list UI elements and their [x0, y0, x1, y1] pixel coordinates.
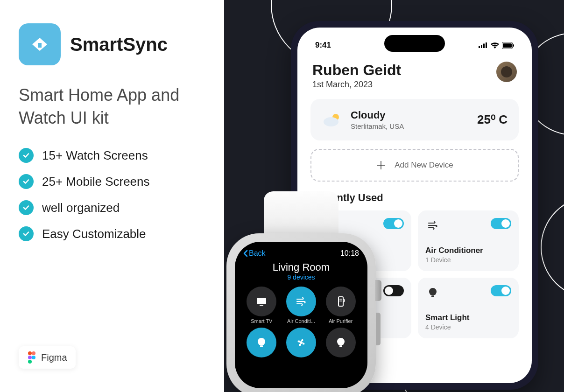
tagline: Smart Home App and Watch UI kit: [19, 84, 205, 129]
check-icon: [19, 174, 34, 189]
wifi-icon: [491, 42, 499, 49]
watch-crown[interactable]: [375, 280, 381, 301]
purifier-icon: [326, 287, 356, 316]
feature-text: Easy Customizable: [42, 227, 146, 241]
watch-title: Living Room: [243, 261, 359, 273]
svg-rect-6: [479, 46, 480, 48]
svg-rect-25: [338, 297, 343, 306]
device-card[interactable]: Air Conditioner 1 Device: [418, 210, 519, 271]
add-device-label: Add New Device: [395, 161, 453, 170]
features-list: 15+ Watch Screens 25+ Mobile Screens wel…: [19, 148, 205, 241]
device-sub: 1 Device: [425, 256, 511, 264]
fan-icon: [286, 328, 316, 357]
figma-tag: Figma: [19, 346, 76, 369]
status-time: 9:41: [315, 41, 331, 50]
tv-icon: [247, 287, 276, 316]
svg-rect-7: [481, 45, 482, 48]
user-name: Ruben Geidt: [312, 62, 401, 79]
svg-rect-24: [260, 305, 263, 306]
section-title: Recently Used: [310, 192, 519, 204]
bulb-icon: [326, 328, 356, 357]
svg-rect-28: [260, 345, 263, 347]
brand-logo: [19, 23, 61, 65]
figma-icon: [27, 351, 36, 364]
watch-time: 10:18: [340, 249, 359, 258]
watch-device-item[interactable]: Air Purifier: [322, 287, 359, 324]
svg-point-14: [324, 117, 338, 126]
watch-device-label: Smart TV: [251, 318, 272, 324]
watch-device-item[interactable]: [243, 328, 280, 359]
watch-device-label: Air Purifier: [329, 318, 352, 324]
weather-card[interactable]: Cloudy Sterlitamak, USA 25⁰ C: [310, 99, 519, 140]
svg-point-5: [28, 360, 32, 364]
date-label: 1st March, 2023: [312, 80, 401, 90]
cellular-icon: [479, 42, 488, 48]
check-icon: [19, 200, 34, 215]
weather-condition: Cloudy: [351, 109, 469, 121]
watch-device-label: Air Conditi...: [287, 318, 315, 324]
wind-icon: [425, 218, 440, 233]
watch-device-item[interactable]: [322, 328, 359, 359]
svg-point-2: [32, 351, 35, 355]
wind-icon: [286, 287, 316, 316]
add-device-button[interactable]: Add New Device: [310, 149, 519, 182]
avatar[interactable]: [496, 62, 517, 82]
svg-point-3: [28, 356, 32, 359]
chevron-left-icon: [243, 250, 248, 257]
svg-rect-30: [339, 345, 342, 347]
watch-device-item[interactable]: Smart TV: [243, 287, 280, 324]
watch-back-button[interactable]: Back: [243, 249, 266, 258]
feature-text: 25+ Mobile Screens: [42, 175, 150, 189]
feature-item: Easy Customizable: [19, 226, 205, 241]
svg-rect-23: [257, 298, 266, 304]
bulb-icon: [247, 328, 276, 357]
feature-text: 15+ Watch Screens: [42, 148, 148, 163]
figma-label: Figma: [41, 352, 67, 363]
svg-rect-8: [483, 44, 485, 49]
battery-icon: [502, 42, 514, 49]
watch-device-item[interactable]: [283, 328, 320, 359]
device-name: Smart Light: [425, 313, 511, 322]
weather-location: Sterlitamak, USA: [351, 122, 469, 130]
watch-back-label: Back: [249, 249, 266, 258]
device-toggle[interactable]: [491, 285, 511, 296]
svg-point-29: [300, 341, 303, 344]
watch-mockup: Back 10:18 Living Room 9 devices Smart T…: [224, 205, 404, 392]
device-toggle[interactable]: [491, 218, 511, 229]
weather-temp: 25⁰ C: [477, 112, 508, 127]
feature-item: 15+ Watch Screens: [19, 148, 205, 163]
device-card[interactable]: Smart Light 4 Device: [418, 278, 519, 338]
weather-icon: [322, 110, 342, 130]
svg-rect-9: [486, 42, 487, 48]
device-sub: 4 Device: [425, 323, 511, 331]
svg-rect-12: [513, 44, 514, 47]
watch-side-button[interactable]: [376, 313, 381, 345]
watch-screen: Back 10:18 Living Room 9 devices Smart T…: [235, 242, 367, 388]
dynamic-island: [384, 35, 445, 52]
watch-device-item[interactable]: Air Conditi...: [283, 287, 320, 324]
feature-item: 25+ Mobile Screens: [19, 174, 205, 189]
decoration: [541, 196, 564, 299]
brand-name: SmartSync: [70, 34, 168, 55]
svg-point-4: [32, 356, 35, 359]
bulb-icon: [425, 285, 440, 300]
svg-rect-11: [503, 43, 512, 48]
svg-rect-22: [431, 295, 434, 297]
check-icon: [19, 148, 34, 163]
svg-point-1: [28, 351, 32, 355]
svg-rect-0: [38, 43, 42, 48]
brand-row: SmartSync: [19, 23, 205, 65]
feature-text: well organized: [42, 201, 120, 215]
device-name: Air Conditioner: [425, 246, 511, 255]
watch-subtitle: 9 devices: [243, 273, 359, 281]
feature-item: well organized: [19, 200, 205, 215]
plus-icon: [376, 160, 386, 170]
watch-case: Back 10:18 Living Room 9 devices Smart T…: [226, 233, 376, 392]
check-icon: [19, 226, 34, 241]
